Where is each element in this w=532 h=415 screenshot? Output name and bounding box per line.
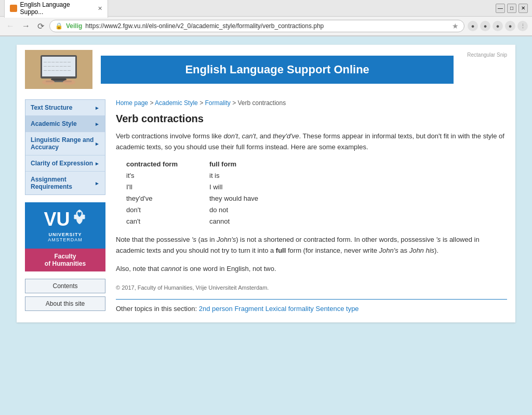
maximize-button[interactable]: □ xyxy=(507,4,516,13)
address-bar[interactable]: 🔒 Veilig https://www2.fgw.vu.nl/els-onli… xyxy=(49,20,464,32)
sidebar-item-label: Academic Style xyxy=(31,120,77,127)
table-row: it's it is xyxy=(126,170,507,181)
breadcrumb-formality[interactable]: Formality xyxy=(205,99,230,107)
forward-button[interactable]: → xyxy=(20,21,32,31)
full-its: it is xyxy=(209,170,220,181)
table-header: contracted form full form xyxy=(126,160,507,168)
other-topics: Other topics in this section: 2nd person… xyxy=(116,305,507,313)
contracted-theydve: they'd've xyxy=(126,193,209,204)
contracted-dont: don't xyxy=(126,204,209,216)
close-button[interactable]: ✕ xyxy=(518,4,528,13)
table-row: can't cannot xyxy=(126,216,507,227)
col-contracted-header: contracted form xyxy=(126,160,209,168)
svg-text:— — — — — — —: — — — — — — — xyxy=(44,64,71,68)
faculty-box: Faculty of Humanities xyxy=(25,249,105,271)
browser-chrome: English Language Suppo... ✕ — □ ✕ ← → ⟳ … xyxy=(0,0,532,36)
vu-bird-icon xyxy=(72,209,87,230)
example-cant: can't xyxy=(242,132,256,140)
extension-icon-2[interactable]: ● xyxy=(480,21,490,31)
other-topic-lexical-formality[interactable]: Lexical formality xyxy=(265,305,314,313)
copyright-text: © 2017, Faculty of Humanities, Vrije Uni… xyxy=(116,284,507,291)
header-logo: — — — — — — — — — — — — — — — — — — — — … xyxy=(25,50,92,89)
note-cannot: Also, note that cannot is one word in En… xyxy=(116,264,507,275)
sidebar-item-label: Clarity of Expression xyxy=(31,160,93,167)
main-layout: Text Structure ► Academic Style ► Lingui… xyxy=(17,94,515,322)
svg-rect-7 xyxy=(51,79,66,81)
extension-icon-1[interactable]: ● xyxy=(468,21,478,31)
col-full-header: full form xyxy=(209,160,236,168)
sidebar-arrow-clarity: ► xyxy=(95,161,100,166)
header-title-box: English Language Support Online xyxy=(101,56,454,84)
lock-icon: 🔒 xyxy=(55,22,63,30)
site-title: English Language Support Online xyxy=(185,63,369,76)
sidebar-arrow-text-structure: ► xyxy=(95,105,100,111)
logo-desk-image: — — — — — — — — — — — — — — — — — — — — … xyxy=(25,50,92,89)
breadcrumb-academic-style[interactable]: Academic Style xyxy=(155,99,198,107)
svg-point-9 xyxy=(42,80,55,85)
vu-amsterdam-label: AMSTERDAM xyxy=(48,237,83,242)
other-topic-sentence-type[interactable]: Sentence type xyxy=(315,305,358,313)
contracted-its: it's xyxy=(126,170,209,181)
other-topic-2nd-person[interactable]: 2nd person xyxy=(199,305,233,313)
sidebar-arrow-assignment-req: ► xyxy=(95,180,100,186)
back-button[interactable]: ← xyxy=(4,21,17,31)
table-row: don't do not xyxy=(126,204,507,216)
full-ill: I will xyxy=(209,181,222,193)
sidebar-item-label: Text Structure xyxy=(31,104,72,111)
svg-text:— — — — — — —: — — — — — — — xyxy=(44,69,71,72)
note-possessive: Note that the possessive 's (as in John'… xyxy=(116,235,507,256)
nav-bar: ← → ⟳ 🔒 Veilig https://www2.fgw.vu.nl/el… xyxy=(0,17,532,36)
vu-university-label: UNIVERSITY xyxy=(48,232,82,237)
contracted-cant: can't xyxy=(126,216,209,227)
sidebar-arrow-linguistic-range: ► xyxy=(95,141,100,147)
title-bar: English Language Suppo... ✕ — □ ✕ xyxy=(0,0,532,17)
sidebar-item-text-structure[interactable]: Text Structure ► xyxy=(25,100,105,116)
menu-icon[interactable]: ⋮ xyxy=(517,21,528,31)
svg-text:— — — — — — —: — — — — — — — xyxy=(44,60,71,63)
content-divider xyxy=(116,299,507,300)
page-inner: — — — — — — — — — — — — — — — — — — — — … xyxy=(17,45,515,322)
table-row: they'd've they would have xyxy=(126,193,507,204)
example-theydve: they'd've xyxy=(273,132,299,140)
sidebar-item-clarity[interactable]: Clarity of Expression ► xyxy=(25,155,105,172)
extension-icon-4[interactable]: ● xyxy=(505,21,515,31)
full-cant: cannot xyxy=(209,216,230,227)
vu-logo-box: VU UNIVERSITY AMSTERDAM xyxy=(25,202,105,249)
reload-button[interactable]: ⟳ xyxy=(35,21,46,31)
faculty-line1: Faculty xyxy=(30,253,100,260)
breadcrumb-sep3: > xyxy=(232,99,237,107)
window-controls: — □ ✕ xyxy=(496,4,528,13)
faculty-line2: of Humanities xyxy=(30,260,100,267)
extension-icon-3[interactable]: ● xyxy=(493,21,503,31)
rectangular-snip-label: Rectangular Snip xyxy=(467,50,507,58)
full-dont: do not xyxy=(209,204,228,216)
other-topics-label: Other topics in this section: xyxy=(116,305,197,313)
contents-button[interactable]: Contents xyxy=(25,279,105,293)
other-topic-fragment[interactable]: Fragment xyxy=(234,305,263,313)
breadcrumb-current: Verb contractions xyxy=(238,99,286,107)
address-text: https://www2.fgw.vu.nl/els-online/v2_0/a… xyxy=(85,22,449,30)
svg-point-10 xyxy=(63,80,75,85)
breadcrumb-sep1: > xyxy=(150,99,155,107)
vu-letters: VU xyxy=(44,210,70,229)
page-title: Verb contractions xyxy=(116,113,507,125)
breadcrumb-sep2: > xyxy=(200,99,205,107)
contracted-ill: I'll xyxy=(126,181,209,193)
breadcrumb: Home page > Academic Style > Formality >… xyxy=(116,99,507,107)
sidebar-item-assignment-req[interactable]: Assignment Requirements ► xyxy=(25,172,105,194)
breadcrumb-home[interactable]: Home page xyxy=(116,99,148,107)
intro-paragraph: Verb contractions involve forms like don… xyxy=(116,131,507,153)
secure-label: Veilig xyxy=(66,22,82,30)
bookmark-icon[interactable]: ★ xyxy=(452,22,459,30)
tab-close-icon[interactable]: ✕ xyxy=(98,5,102,12)
minimize-button[interactable]: — xyxy=(496,4,505,13)
example-dont: don't xyxy=(223,132,238,140)
table-row: I'll I will xyxy=(126,181,507,193)
site-header: — — — — — — — — — — — — — — — — — — — — … xyxy=(17,45,515,94)
browser-tab[interactable]: English Language Suppo... ✕ xyxy=(4,0,108,18)
page-wrapper: — — — — — — — — — — — — — — — — — — — — … xyxy=(0,36,532,411)
sidebar-item-academic-style[interactable]: Academic Style ► xyxy=(25,116,105,132)
about-button[interactable]: About this site xyxy=(25,296,105,311)
sidebar-item-linguistic-range[interactable]: Linguistic Range and Accuracy ► xyxy=(25,132,105,155)
contraction-table: contracted form full form it's it is I'l… xyxy=(126,160,507,227)
